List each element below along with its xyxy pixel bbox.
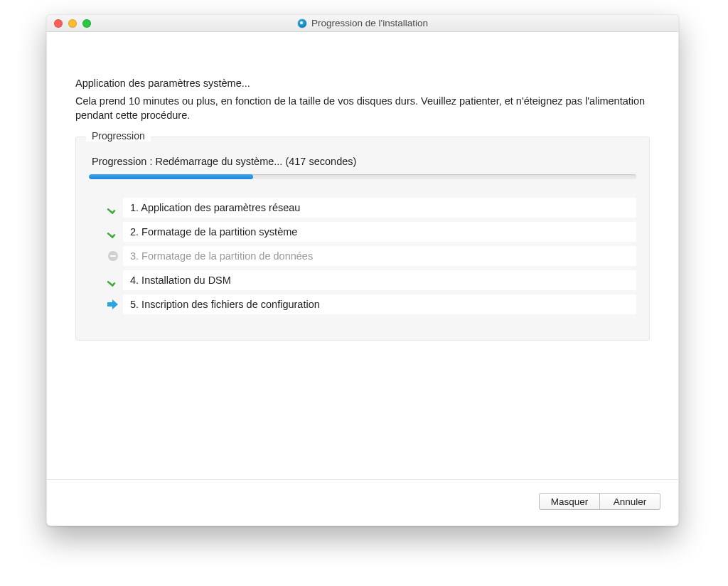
close-icon[interactable] (54, 19, 63, 28)
window-title-wrap: Progression de l'installation (47, 18, 678, 28)
progress-bar (89, 174, 636, 179)
cancel-button[interactable]: Annuler (599, 493, 660, 510)
step-row: 5. Inscription des fichiers de configura… (103, 294, 636, 314)
installer-window: Progression de l'installation Applicatio… (46, 14, 679, 526)
step-row: 1. Application des paramètres réseau (103, 198, 636, 218)
step-label: 1. Application des paramètres réseau (123, 198, 636, 218)
panel-legend: Progression (86, 130, 151, 142)
zoom-icon[interactable] (82, 19, 91, 28)
page-heading: Application des paramètres système... (75, 78, 650, 89)
arrow-icon (107, 299, 119, 309)
app-icon (297, 18, 307, 28)
minimize-icon[interactable] (68, 19, 77, 28)
progress-bar-fill (89, 174, 253, 179)
titlebar: Progression de l'installation (47, 15, 678, 32)
progress-status-text: Progression : Redémarrage du système... … (92, 156, 636, 167)
page-subtext: Cela prend 10 minutes ou plus, en foncti… (75, 95, 650, 122)
step-label: 4. Installation du DSM (123, 270, 636, 290)
check-icon (107, 276, 119, 284)
check-icon (107, 228, 119, 236)
step-label: 3. Formatage de la partition de données (123, 246, 636, 266)
step-row: 4. Installation du DSM (103, 270, 636, 290)
steps-list: 1. Application des paramètres réseau 2. … (89, 198, 636, 314)
footer: Masquer Annuler (47, 479, 678, 526)
window-controls (47, 19, 91, 28)
skip-icon (108, 251, 118, 261)
hide-button[interactable]: Masquer (539, 493, 600, 510)
progress-panel: Progression Progression : Redémarrage du… (75, 137, 650, 341)
content-area: Application des paramètres système... Ce… (47, 32, 678, 479)
check-icon (107, 203, 119, 212)
step-row: 2. Formatage de la partition système (103, 222, 636, 242)
window-title: Progression de l'installation (311, 18, 428, 28)
step-label: 2. Formatage de la partition système (123, 222, 636, 242)
step-label: 5. Inscription des fichiers de configura… (123, 294, 636, 314)
step-row: 3. Formatage de la partition de données (103, 246, 636, 266)
